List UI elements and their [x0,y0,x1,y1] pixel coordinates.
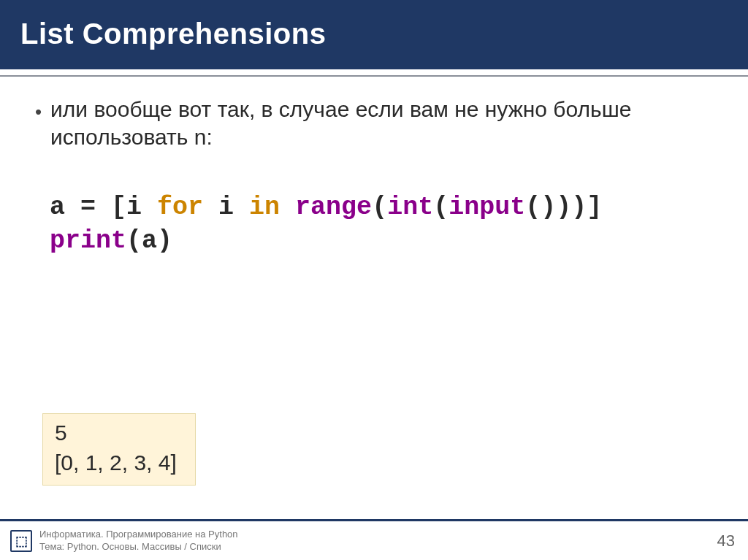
builtin-range: range [295,193,372,222]
slide-header: List Comprehensions [0,0,748,69]
keyword-in: in [249,193,280,222]
footer-text: Информатика. Программирование на Python … [39,529,703,553]
code-text: (a) [126,226,172,256]
output-line: [0, 1, 2, 3, 4] [55,448,182,478]
code-text: ( [372,193,387,222]
logo-glyph: ⬚ [15,533,28,549]
code-text [280,193,295,222]
builtin-print: print [50,226,126,256]
slide-footer: ⬚ Информатика. Программирование на Pytho… [0,519,748,560]
decor-gap [0,69,748,75]
output-box: 5 [0, 1, 2, 3, 4] [42,413,196,486]
logo-icon: ⬚ [10,530,32,552]
slide: List Comprehensions • или вообще вот так… [0,0,748,560]
builtin-int: int [387,193,433,222]
bullet-text: или вообще вот так, в случае если вам не… [50,96,719,150]
bullet-item: • или вообще вот так, в случае если вам … [35,96,719,150]
code-text: ()))] [525,193,602,222]
code-text: ( [433,193,449,222]
output-line: 5 [55,418,182,448]
footer-course: Информатика. Программирование на Python [39,529,703,541]
footer-topic: Тема: Python. Основы. Массивы / Списки [39,541,703,553]
page-number: 43 [703,532,735,551]
slide-content: • или вообще вот так, в случае если вам … [0,77,748,560]
code-text: i [203,193,249,222]
builtin-input: input [449,193,525,222]
keyword-for: for [157,193,203,222]
code-text: a = [i [50,193,157,222]
code-block: a = [i for i in range(int(input()))]prin… [50,191,719,258]
bullet-marker: • [35,100,42,150]
slide-title: List Comprehensions [20,18,728,50]
